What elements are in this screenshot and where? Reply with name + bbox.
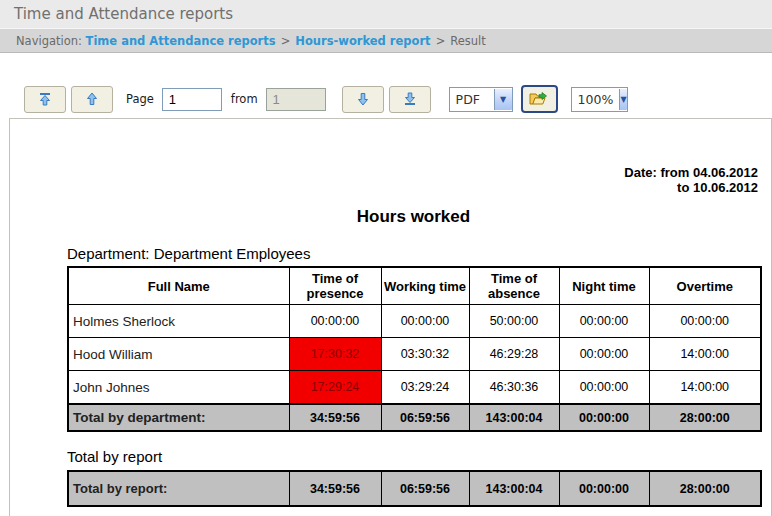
table-row: Hood William 17:30:32 03:30:32 46:29:28 … [68,338,761,371]
date-to-line: to 10.06.2012 [624,180,758,195]
night-time-cell: 00:00:00 [559,338,649,371]
employee-name: Hood William [68,338,289,371]
hours-worked-table: Full Name Time of presence Working time … [67,266,762,432]
first-page-icon [37,91,53,107]
working-time-cell: 03:29:24 [381,371,469,405]
from-label: from [231,92,258,106]
total-time-of-presence: 34:59:56 [289,471,381,506]
column-header-time-of-presence: Time of presence [289,267,381,305]
table-row: John Johnes 17:29:24 03:29:24 46:30:36 0… [68,371,761,405]
time-of-absence-cell: 46:29:28 [469,338,559,371]
report-viewer: Date: from 04.06.2012 to 10.06.2012 Hour… [9,118,772,516]
last-page-button[interactable] [389,86,431,113]
time-of-presence-cell: 00:00:00 [289,305,381,338]
export-format-value: PDF [450,92,494,107]
overtime-cell: 14:00:00 [649,338,761,371]
chevron-down-icon: ▼ [619,89,626,110]
next-page-button[interactable] [342,86,384,113]
page-label: Page [126,92,154,106]
breadcrumb-separator: > [431,34,451,48]
working-time-cell: 03:30:32 [381,338,469,371]
arrow-up-icon [84,91,100,107]
total-by-report-heading: Total by report [67,448,162,465]
table-header-row: Full Name Time of presence Working time … [68,267,761,305]
total-working-time: 06:59:56 [381,471,469,506]
department-heading: Department: Department Employees [67,245,310,262]
department-total-row: Total by department: 34:59:56 06:59:56 1… [68,404,761,431]
employee-name: John Johnes [68,371,289,405]
export-icon [529,91,549,107]
export-format-select[interactable]: PDF ▼ [449,87,513,112]
zoom-value: 100% [572,92,620,107]
first-page-button[interactable] [24,86,66,113]
total-time-of-presence: 34:59:56 [289,404,381,431]
zoom-select[interactable]: 100% ▼ [571,87,628,112]
total-working-time: 06:59:56 [381,404,469,431]
breadcrumb: Navigation: Time and Attendance reports … [0,29,772,53]
report-title: Hours worked [67,207,760,227]
department-total-label: Total by department: [68,404,289,431]
report-total-row: Total by report: 34:59:56 06:59:56 143:0… [68,471,761,506]
breadcrumb-link-hours-worked-report[interactable]: Hours-worked report [295,34,430,48]
last-page-icon [402,91,418,107]
overtime-cell: 00:00:00 [649,305,761,338]
night-time-cell: 00:00:00 [559,305,649,338]
page-number-input[interactable] [162,88,222,111]
night-time-cell: 00:00:00 [559,371,649,405]
total-pages-input [266,88,326,111]
time-of-presence-cell-highlighted: 17:30:32 [289,338,381,371]
table-row: Holmes Sherlock 00:00:00 00:00:00 50:00:… [68,305,761,338]
total-night-time: 00:00:00 [559,404,649,431]
export-button[interactable] [521,85,558,113]
overtime-cell: 14:00:00 [649,371,761,405]
time-of-presence-cell-highlighted: 17:29:24 [289,371,381,405]
column-header-full-name: Full Name [68,267,289,305]
column-header-night-time: Night time [559,267,649,305]
page-title: Time and Attendance reports [14,5,233,23]
column-header-working-time: Working time [381,267,469,305]
total-overtime: 28:00:00 [649,404,761,431]
total-night-time: 00:00:00 [559,471,649,506]
total-time-of-absence: 143:00:04 [469,404,559,431]
arrow-down-icon [355,91,371,107]
column-header-overtime: Overtime [649,267,761,305]
employee-name: Holmes Sherlock [68,305,289,338]
report-toolbar: Page from PDF ▼ 100% ▼ [24,84,628,114]
report-total-label: Total by report: [68,471,289,506]
total-overtime: 28:00:00 [649,471,761,506]
date-from-line: Date: from 04.06.2012 [624,165,758,180]
time-of-absence-cell: 50:00:00 [469,305,559,338]
breadcrumb-separator: > [276,34,296,48]
previous-page-button[interactable] [71,86,113,113]
time-of-absence-cell: 46:30:36 [469,371,559,405]
breadcrumb-link-time-attendance-reports[interactable]: Time and Attendance reports [86,34,276,48]
total-time-of-absence: 143:00:04 [469,471,559,506]
breadcrumb-current: Result [450,34,486,48]
chevron-down-icon: ▼ [494,89,512,110]
report-date-range: Date: from 04.06.2012 to 10.06.2012 [624,165,758,195]
window-titlebar: Time and Attendance reports [0,0,772,29]
total-by-report-table: Total by report: 34:59:56 06:59:56 143:0… [67,470,762,507]
working-time-cell: 00:00:00 [381,305,469,338]
column-header-time-of-absence: Time of absence [469,267,559,305]
breadcrumb-prefix: Navigation: [16,34,86,48]
